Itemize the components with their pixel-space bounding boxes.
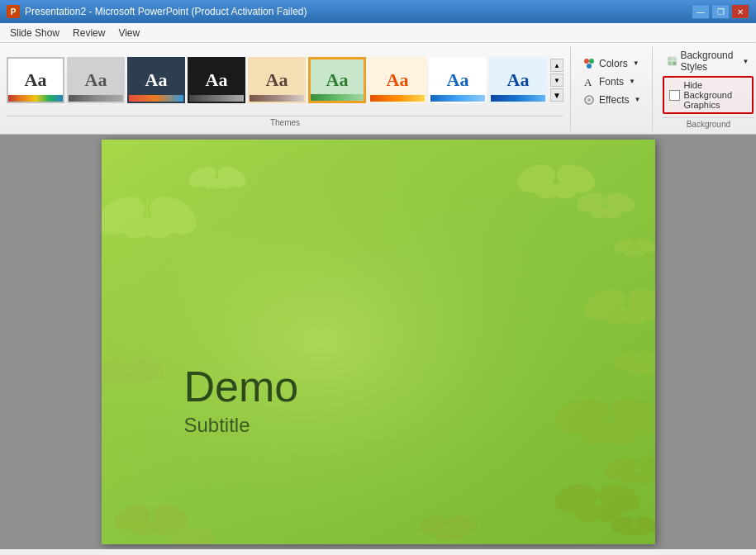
window-title: Presentation2 - Microsoft PowerPoint (Pr… — [25, 6, 307, 17]
svg-point-68 — [190, 524, 218, 544]
window-controls: — ❐ ✕ — [692, 4, 749, 19]
theme-thumb-8[interactable]: Aa — [429, 57, 487, 103]
theme-options-section-label: . — [578, 111, 645, 122]
svg-rect-7 — [668, 57, 672, 60]
effects-dropdown-icon: ▼ — [634, 96, 640, 103]
theme-thumb-2[interactable]: Aa — [67, 57, 125, 103]
menu-item-review[interactable]: Review — [66, 26, 112, 40]
hide-bg-checkbox[interactable] — [669, 90, 680, 101]
ribbon: Aa Aa Aa Aa — [0, 43, 756, 135]
background-styles-label: Background Styles — [680, 50, 737, 73]
svg-point-0 — [584, 59, 589, 64]
svg-rect-12 — [102, 140, 655, 544]
theme-7-bar — [370, 95, 425, 102]
svg-rect-11 — [102, 140, 655, 544]
svg-point-32 — [632, 236, 654, 256]
fonts-label: Fonts — [599, 76, 624, 88]
theme-thumb-1[interactable]: Aa — [7, 57, 64, 103]
theme-2-label: Aa — [85, 69, 107, 91]
background-styles-icon — [668, 55, 677, 68]
theme-thumb-3[interactable]: Aa — [127, 57, 185, 103]
svg-point-35 — [602, 306, 632, 326]
svg-text:A: A — [584, 76, 592, 88]
svg-point-14 — [120, 214, 155, 240]
theme-1-label: Aa — [25, 69, 47, 91]
svg-point-71 — [112, 372, 136, 387]
theme-thumb-9[interactable]: Aa — [489, 57, 547, 103]
theme-thumb-5[interactable]: Aa — [248, 57, 306, 103]
theme-4-label: Aa — [206, 69, 228, 91]
svg-point-28 — [603, 190, 636, 216]
maximize-button[interactable]: ❐ — [711, 4, 730, 19]
svg-point-16 — [138, 214, 174, 240]
svg-point-46 — [601, 453, 642, 486]
svg-point-55 — [621, 527, 637, 537]
app-icon-letter: P — [11, 7, 17, 17]
theme-9-label: Aa — [507, 69, 530, 91]
svg-point-37 — [619, 306, 649, 326]
svg-rect-8 — [673, 57, 677, 60]
svg-point-50 — [551, 480, 600, 518]
theme-6-bar — [311, 94, 364, 101]
theme-thumb-7[interactable]: Aa — [368, 57, 426, 103]
menu-item-slideshow[interactable]: Slide Show — [3, 26, 66, 40]
scroll-more-button[interactable]: ▼ — [550, 88, 563, 102]
hide-bg-label: Hide Background Graphics — [683, 80, 747, 110]
theme-6-label: Aa — [326, 69, 349, 91]
svg-point-61 — [445, 529, 464, 542]
menu-bar: Slide Show Review View — [0, 23, 756, 43]
themes-area: Aa Aa Aa Aa — [7, 46, 563, 114]
ribbon-content: Aa Aa Aa Aa — [0, 43, 756, 134]
svg-point-42 — [550, 391, 613, 441]
slide-panel[interactable]: Demo Subtitle — [0, 135, 756, 549]
svg-point-54 — [609, 514, 636, 536]
hide-background-graphics-button[interactable]: Hide Background Graphics — [663, 76, 754, 114]
svg-point-19 — [202, 178, 221, 189]
minimize-button[interactable]: — — [692, 4, 710, 19]
svg-point-59 — [433, 529, 452, 542]
svg-point-53 — [591, 504, 620, 524]
theme-8-bar — [430, 95, 485, 102]
svg-point-62 — [111, 500, 155, 536]
scroll-down-button[interactable]: ▼ — [550, 74, 563, 87]
svg-point-34 — [579, 282, 630, 326]
menu-item-view[interactable]: View — [112, 26, 146, 40]
slide[interactable]: Demo Subtitle — [102, 140, 655, 544]
svg-point-1 — [589, 59, 594, 64]
svg-point-31 — [623, 248, 637, 257]
slide-text-area[interactable]: Demo Subtitle — [184, 363, 299, 437]
theme-7-label: Aa — [387, 69, 409, 91]
themes-grid: Aa Aa Aa Aa — [7, 57, 547, 103]
theme-2-bar — [69, 95, 123, 102]
theme-thumb-6[interactable]: Aa — [308, 57, 366, 103]
colors-button[interactable]: Colors ▼ — [578, 55, 645, 72]
svg-point-69 — [188, 537, 204, 544]
slide-title[interactable]: Demo — [184, 363, 299, 410]
theme-thumb-4[interactable]: Aa — [188, 57, 245, 103]
svg-point-26 — [574, 190, 607, 216]
butterfly-background — [102, 140, 655, 544]
effects-button[interactable]: Effects ▼ — [578, 92, 645, 108]
colors-dropdown-icon: ▼ — [633, 59, 640, 67]
svg-point-21 — [213, 178, 232, 189]
svg-point-36 — [622, 282, 655, 326]
close-button[interactable]: ✕ — [731, 4, 749, 19]
svg-point-72 — [127, 353, 167, 386]
svg-point-58 — [417, 512, 450, 538]
svg-point-66 — [167, 524, 195, 544]
fonts-dropdown-icon: ▼ — [629, 78, 635, 85]
svg-rect-9 — [668, 62, 672, 65]
fonts-button[interactable]: A Fonts ▼ — [578, 74, 645, 90]
svg-point-56 — [632, 514, 655, 536]
svg-point-60 — [446, 512, 479, 538]
scroll-up-button[interactable]: ▲ — [550, 59, 563, 72]
svg-point-57 — [631, 527, 647, 537]
theme-5-label: Aa — [266, 69, 288, 91]
colors-icon — [582, 57, 596, 70]
svg-point-20 — [214, 163, 249, 192]
svg-point-27 — [590, 206, 609, 220]
slide-subtitle[interactable]: Subtitle — [184, 414, 299, 437]
svg-point-51 — [573, 504, 602, 524]
background-styles-button[interactable]: Background Styles ▼ — [663, 48, 754, 74]
theme-4-bar — [189, 95, 244, 102]
